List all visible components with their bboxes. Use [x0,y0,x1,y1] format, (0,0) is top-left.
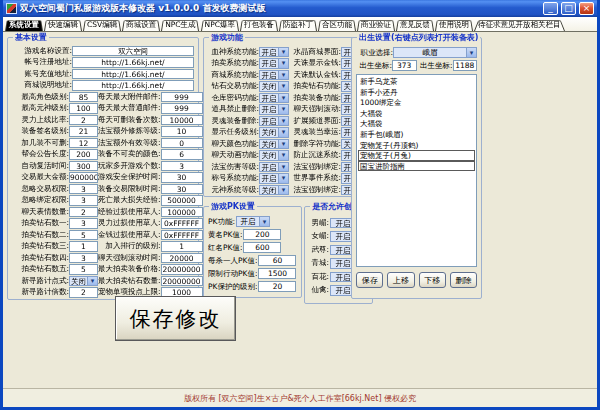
text-field[interactable]: 0▾ [161,138,203,149]
dropdown-arrow-icon[interactable]: ▾ [278,128,288,137]
text-field[interactable]: 3▾ [69,184,98,195]
list-item[interactable]: 新手乌龙茶 [358,76,475,87]
list-item[interactable]: 大福袋 [358,118,475,129]
job-dropdown[interactable]: 峨眉▾ [393,47,477,58]
text-field[interactable]: 500000▾ [161,195,203,206]
text-field[interactable]: 60▾ [258,255,296,266]
list-item[interactable]: 新手小还丹 [358,87,475,98]
list-item[interactable]: 1000绑定金 [358,97,475,108]
toggle-dropdown[interactable]: 开启▾ [259,104,289,115]
text-field[interactable]: 200▾ [243,229,281,240]
text-field[interactable]: 20000000▾ [161,276,203,287]
dropdown-arrow-icon[interactable]: ▾ [278,186,288,195]
dropdown-arrow-icon[interactable]: ▾ [278,71,288,80]
text-field[interactable]: 开启▾ [236,216,270,227]
close-button[interactable]: × [579,2,594,15]
dropdown-arrow-icon[interactable]: ▾ [278,48,288,57]
text-field[interactable]: 999▾ [161,103,203,114]
dropdown-arrow-icon[interactable]: ▾ [278,163,288,172]
text-field[interactable]: http://1.66kj.net/▾ [72,57,194,68]
text-field[interactable]: 1▾ [69,241,98,252]
text-field[interactable]: 3▾ [69,253,98,264]
text-field[interactable]: 关闭▾ [69,276,98,287]
tab[interactable]: 打包装备 [240,19,278,31]
text-field[interactable]: 3▾ [161,161,203,172]
tab[interactable]: 意见反馈 [396,19,434,31]
text-field[interactable]: 3▾ [69,218,98,229]
text-field[interactable]: 85▾ [69,92,98,103]
tab[interactable]: 商业验证 [357,19,395,31]
dropdown-arrow-icon[interactable]: ▾ [278,94,288,103]
text-field[interactable]: 12▾ [69,138,98,149]
tab[interactable]: 快速编辑 [44,19,82,31]
list-action-button[interactable]: 保存 [356,272,383,288]
text-field[interactable]: 100▾ [69,103,98,114]
text-field[interactable]: 5▾ [69,230,98,241]
text-field[interactable]: 双六空间▾ [72,46,194,57]
list-action-button[interactable]: 下移 [419,272,446,288]
tab[interactable]: CSV编辑 [83,19,121,31]
toggle-dropdown[interactable]: 开启▾ [259,58,289,69]
text-field[interactable]: 300▾ [69,161,98,172]
text-field[interactable]: 0xFFFFFF▾ [161,218,203,229]
tab[interactable]: 防盗补丁 [279,19,317,31]
tab[interactable]: NPC生成 [161,19,199,31]
text-field[interactable]: 30▾ [161,172,203,183]
text-field[interactable]: 5▾ [69,264,98,275]
text-field[interactable]: 6▾ [161,149,203,160]
dropdown-arrow-icon[interactable]: ▾ [466,48,476,57]
tab[interactable]: 系统设置 [5,19,43,31]
text-field[interactable]: 2▾ [69,287,98,298]
tab[interactable]: NPC爆率 [201,19,239,31]
list-item[interactable]: 宠物笼子(丹顶鹤) [358,140,475,151]
text-field[interactable]: 90000000▾ [69,172,98,183]
list-item-selected[interactable]: 国宝进阶指南 [358,161,475,172]
tab[interactable]: 商城设置 [122,19,160,31]
dropdown-arrow-icon[interactable]: ▾ [278,151,288,160]
toggle-dropdown[interactable]: 开启▾ [259,162,289,173]
toggle-dropdown[interactable]: 关闭▾ [259,185,289,196]
toggle-dropdown[interactable]: 关闭▾ [259,139,289,150]
dropdown-arrow-icon[interactable]: ▾ [87,277,97,286]
minimize-button[interactable]: _ [543,2,558,15]
toggle-dropdown[interactable]: 开启▾ [259,116,289,127]
list-item[interactable]: 大福袋 [358,108,475,119]
text-field[interactable]: 20000▾ [161,253,203,264]
coord-field[interactable]: 373 [392,60,417,71]
toggle-dropdown[interactable]: 开启▾ [259,93,289,104]
tab[interactable]: 使用说明 [435,19,473,31]
toggle-dropdown[interactable]: 关闭▾ [259,81,289,92]
text-field[interactable]: 2▾ [69,115,98,126]
text-field[interactable]: http://1.66kj.net/▾ [72,80,194,91]
dropdown-arrow-icon[interactable]: ▾ [259,217,269,226]
dropdown-arrow-icon[interactable]: ▾ [278,105,288,114]
dropdown-arrow-icon[interactable]: ▾ [278,117,288,126]
text-field[interactable]: 21▾ [69,126,98,137]
toggle-dropdown[interactable]: 开启▾ [259,70,289,81]
toggle-dropdown[interactable]: 开启▾ [259,173,289,184]
dropdown-arrow-icon[interactable]: ▾ [278,140,288,149]
toggle-dropdown[interactable]: 关闭▾ [259,150,289,161]
text-field[interactable]: 10▾ [161,126,203,137]
dropdown-arrow-icon[interactable]: ▾ [278,174,288,183]
tab[interactable]: 合区功能 [318,19,356,31]
text-field[interactable]: 3▾ [69,195,98,206]
tab[interactable]: 待征求意见开放相关栏目 [474,19,565,31]
dropdown-arrow-icon[interactable]: ▾ [278,59,288,68]
text-field[interactable]: 999▾ [161,92,203,103]
text-field[interactable]: 100000▾ [161,207,203,218]
text-field[interactable]: 200▾ [69,149,98,160]
toggle-dropdown[interactable]: 关闭▾ [259,127,289,138]
maximize-button[interactable]: □ [561,2,576,15]
toggle-dropdown[interactable]: 开启▾ [259,47,289,58]
text-field[interactable]: 1▾ [161,241,203,252]
text-field[interactable]: 10000▾ [161,115,203,126]
list-item[interactable]: 新手包(峨眉) [358,129,475,140]
text-field[interactable]: 600▾ [243,242,281,253]
dropdown-arrow-icon[interactable]: ▾ [278,82,288,91]
text-field[interactable]: 1500▾ [258,268,296,279]
text-field[interactable]: http://1.66kj.net/▾ [72,69,194,80]
text-field[interactable]: 2▾ [69,207,98,218]
list-item[interactable]: 宠物笼子(月兔) [358,150,475,161]
text-field[interactable]: 30▾ [161,184,203,195]
